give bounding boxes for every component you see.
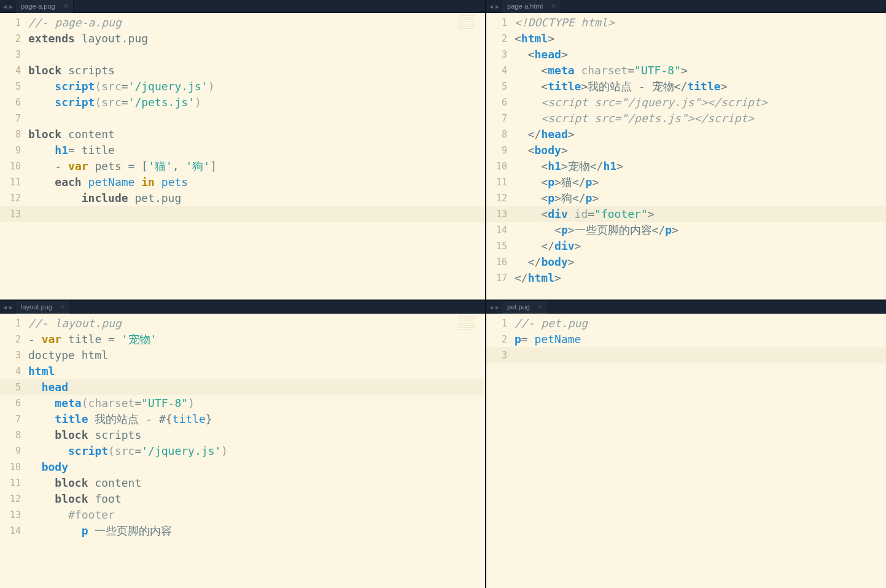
line-number: 7 — [0, 110, 27, 126]
nav-next-icon[interactable]: ▶ — [495, 3, 500, 10]
nav-next-icon[interactable]: ▶ — [9, 304, 14, 311]
editor[interactable]: 123 //- pet.pugp= petName ▼ — [486, 314, 886, 588]
close-icon[interactable]: × — [61, 303, 65, 311]
code-line[interactable]: p 一些页脚的内容 — [27, 523, 485, 539]
code-line[interactable]: - var pets = ['猫', '狗'] — [27, 158, 485, 174]
code-line[interactable]: include pet.pug — [27, 190, 485, 206]
code-line[interactable]: script(src='/jquery.js') — [27, 79, 485, 95]
line-number: 9 — [486, 142, 513, 158]
code-line[interactable]: extends layout.pug — [27, 31, 485, 47]
line-number: 16 — [486, 254, 513, 270]
code-line[interactable] — [27, 206, 485, 222]
code-line[interactable]: <script src="/pets.js"></script> — [513, 110, 886, 126]
code-line[interactable]: #footer — [27, 507, 485, 523]
line-number: 5 — [0, 79, 27, 95]
code-line[interactable]: - var title = '宠物' — [27, 331, 485, 347]
line-number: 3 — [0, 347, 27, 363]
code-line[interactable]: //- pet.pug — [513, 315, 886, 331]
code-line[interactable]: <body> — [513, 142, 886, 158]
nav-next-icon[interactable]: ▶ — [9, 3, 14, 10]
code-line[interactable]: h1= title — [27, 142, 485, 158]
tab-pet-pug[interactable]: pet.pug × — [502, 301, 548, 314]
line-number: 10 — [486, 158, 513, 174]
code-line[interactable]: //- layout.pug — [27, 315, 485, 331]
line-number: 2 — [486, 331, 513, 347]
code-line[interactable]: script(src='/jquery.js') — [27, 443, 485, 459]
code-line[interactable]: script(src='/pets.js') — [27, 95, 485, 110]
code-line[interactable] — [513, 347, 886, 363]
line-number: 8 — [486, 126, 513, 142]
line-number: 11 — [0, 174, 27, 190]
code-area[interactable]: <!DOCTYPE html><html> <head> <meta chars… — [513, 13, 886, 300]
line-number: 2 — [486, 31, 513, 47]
code-line[interactable]: meta(charset="UTF-8") — [27, 395, 485, 411]
code-area[interactable]: //- pet.pugp= petName — [513, 314, 886, 588]
code-line[interactable]: </div> — [513, 238, 886, 254]
code-line[interactable]: //- page-a.pug — [27, 15, 485, 31]
nav-prev-icon[interactable]: ◀ — [2, 304, 7, 311]
nav-prev-icon[interactable]: ◀ — [489, 3, 494, 10]
code-line[interactable] — [27, 47, 485, 63]
pane-top-left: ◀ ▶ page-a.pug × 12345678910111213 //- p… — [0, 0, 485, 300]
code-line[interactable]: <p>一些页脚的内容</p> — [513, 222, 886, 238]
line-number: 6 — [0, 395, 27, 411]
editor[interactable]: 12345678910111213 //- page-a.pugextends … — [0, 13, 485, 300]
line-number: 8 — [0, 427, 27, 443]
code-line[interactable] — [27, 110, 485, 126]
code-line[interactable]: block content — [27, 475, 485, 491]
close-icon[interactable]: × — [64, 2, 68, 10]
code-line[interactable]: <p>狗</p> — [513, 190, 886, 206]
code-line[interactable]: block scripts — [27, 427, 485, 443]
code-area[interactable]: //- page-a.pugextends layout.pugblock sc… — [27, 13, 485, 300]
line-number: 4 — [0, 363, 27, 379]
code-line[interactable]: <div id="footer"> — [513, 206, 886, 222]
code-line[interactable]: </body> — [513, 254, 886, 270]
line-number: 1 — [0, 15, 27, 31]
minimap-icon — [458, 15, 475, 29]
gutter: 1234567891011121314 — [0, 314, 27, 588]
code-line[interactable]: </html> — [513, 270, 886, 286]
tab-page-a-pug[interactable]: page-a.pug × — [16, 0, 74, 13]
nav-next-icon[interactable]: ▶ — [495, 304, 500, 311]
code-line[interactable]: block scripts — [27, 63, 485, 79]
line-number: 12 — [486, 190, 513, 206]
code-line[interactable]: title 我的站点 - #{title} — [27, 411, 485, 427]
code-line[interactable]: html — [27, 363, 485, 379]
code-line[interactable]: body — [27, 459, 485, 475]
code-line[interactable]: p= petName — [513, 331, 886, 347]
nav-prev-icon[interactable]: ◀ — [489, 304, 494, 311]
code-line[interactable]: <p>猫</p> — [513, 174, 886, 190]
line-number: 2 — [0, 331, 27, 347]
code-line[interactable]: <title>我的站点 - 宠物</title> — [513, 79, 886, 95]
line-number: 13 — [486, 206, 513, 222]
code-line[interactable]: <script src="/jquery.js"></script> — [513, 95, 886, 110]
close-icon[interactable]: × — [551, 2, 556, 10]
code-line[interactable]: </head> — [513, 126, 886, 142]
tab-label: page-a.html — [507, 2, 543, 10]
line-number: 1 — [0, 315, 27, 331]
code-line[interactable]: head — [27, 379, 485, 395]
nav-prev-icon[interactable]: ◀ — [2, 3, 7, 10]
code-line[interactable]: doctype html — [27, 347, 485, 363]
code-line[interactable]: <!DOCTYPE html> — [513, 15, 886, 31]
code-area[interactable]: //- layout.pug- var title = '宠物'doctype … — [27, 314, 485, 588]
code-line[interactable]: <head> — [513, 47, 886, 63]
code-line[interactable]: <html> — [513, 31, 886, 47]
tab-page-a-html[interactable]: page-a.html × — [502, 0, 561, 13]
code-line[interactable]: each petName in pets — [27, 174, 485, 190]
tabbar: ◀ ▶ layout.pug × — [0, 301, 485, 314]
code-line[interactable]: block content — [27, 126, 485, 142]
tab-nav: ◀ ▶ — [486, 304, 502, 311]
close-icon[interactable]: × — [538, 303, 543, 311]
tab-label: pet.pug — [507, 303, 530, 311]
code-line[interactable]: block foot — [27, 491, 485, 507]
editor[interactable]: 1234567891011121314151617 <!DOCTYPE html… — [486, 13, 886, 300]
tabbar: ◀ ▶ pet.pug × — [486, 301, 886, 314]
code-line[interactable]: <meta charset="UTF-8"> — [513, 63, 886, 79]
tab-layout-pug[interactable]: layout.pug × — [16, 301, 71, 314]
code-line[interactable]: <h1>宠物</h1> — [513, 158, 886, 174]
line-number: 10 — [0, 158, 27, 174]
tab-label: page-a.pug — [21, 2, 55, 10]
editor[interactable]: 1234567891011121314 //- layout.pug- var … — [0, 314, 485, 588]
line-number: 11 — [486, 174, 513, 190]
